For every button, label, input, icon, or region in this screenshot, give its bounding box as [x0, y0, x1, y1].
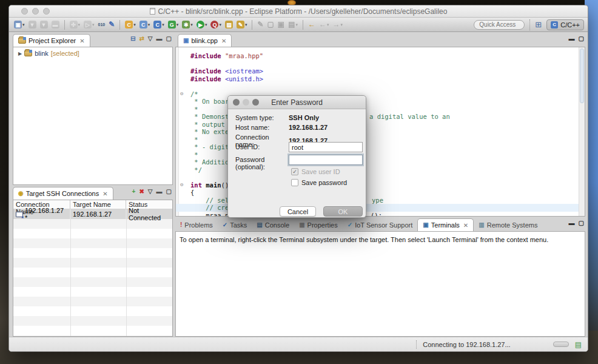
maximize-icon[interactable]: ▢ [579, 220, 584, 227]
fold-minus-icon[interactable]: ⊖ [180, 91, 183, 96]
dialog-window-controls [233, 99, 259, 106]
new-c-project-icon[interactable]: C▾ [138, 20, 152, 29]
empty-row [13, 248, 172, 258]
open-perspective-icon[interactable]: ⊞ [535, 20, 542, 29]
maximize-icon[interactable]: ▢ [166, 188, 172, 195]
binary-010-icon[interactable]: 010 [97, 22, 107, 27]
dropdown-arrow-icon: ▾ [245, 22, 247, 27]
last-edit-location-icon[interactable]: ← [307, 20, 317, 29]
user-id-input[interactable] [289, 142, 363, 152]
maximize-icon[interactable]: ▢ [166, 35, 172, 42]
toolbar-separator [303, 20, 303, 30]
link-editor-icon[interactable]: ▣ [277, 20, 286, 29]
fold-minus-icon[interactable]: ⊖ [180, 182, 183, 187]
view-menu-icon[interactable]: ▽ [148, 35, 153, 42]
zoom-window-icon[interactable] [43, 8, 50, 15]
tab-problems[interactable]: !Problems [175, 218, 218, 231]
dropdown-arrow-icon: ▾ [327, 22, 329, 27]
print-icon[interactable]: ▬ [50, 20, 61, 29]
maximize-icon[interactable]: ▢ [579, 35, 584, 42]
heap-status-icon[interactable] [553, 342, 569, 347]
pencil-icon[interactable]: ✎ [256, 20, 264, 29]
open-resource-icon[interactable]: ▨ [224, 20, 234, 29]
column-header[interactable]: Target Name [70, 200, 126, 209]
close-icon[interactable]: ✕ [79, 38, 84, 44]
dropdown-arrow-icon: ▾ [148, 22, 150, 27]
zoom-window-icon[interactable] [252, 99, 259, 106]
status-message: Connecting to 192.168.1.27... [423, 341, 510, 348]
console-log-icon[interactable]: ▤ [575, 341, 582, 348]
layers-icon[interactable]: ▤▾ [287, 20, 299, 29]
tree-item-blink[interactable]: ▶ blink [selected] [13, 47, 172, 57]
pin-editor-icon[interactable]: ▢ [266, 20, 275, 29]
iot-sensor-icon: ✓ [348, 222, 352, 228]
profile-icon[interactable]: Q▾ [209, 20, 223, 29]
link-with-editor-icon[interactable]: ⇄ [139, 35, 144, 42]
project-folder-icon [24, 50, 32, 56]
perspective-button-cpp[interactable]: C C/C++ [546, 19, 584, 30]
statusbar-separator [416, 340, 417, 349]
minimize-icon[interactable]: ▬ [156, 35, 163, 42]
search-icon[interactable]: ✎▾ [235, 20, 249, 29]
minimize-icon[interactable]: ▬ [569, 35, 575, 42]
save-icon[interactable]: ▼ [27, 20, 38, 29]
new-connection-icon[interactable]: + [132, 188, 136, 195]
quick-access-input[interactable] [474, 20, 525, 30]
tasks-icon: ✓ [223, 222, 227, 228]
minimize-window-icon[interactable] [32, 8, 39, 15]
close-window-icon[interactable] [21, 8, 28, 15]
password-input[interactable] [289, 155, 363, 165]
minimize-window-icon[interactable] [243, 99, 249, 106]
minimize-icon[interactable]: ▬ [156, 188, 163, 195]
new-connection-wizard-icon[interactable]: ✣▾ [69, 20, 82, 29]
c-element-icon[interactable]: C▾ [152, 20, 166, 29]
problems-icon: ! [180, 222, 182, 228]
checkbox-save-user-id[interactable]: ✓Save user ID [291, 168, 340, 175]
save-all-icon[interactable]: ▼ [39, 20, 49, 29]
close-icon[interactable]: ✕ [102, 190, 107, 197]
tab-terminals[interactable]: ▣Terminals✕ [417, 218, 474, 231]
empty-row [13, 277, 172, 287]
close-window-icon[interactable] [233, 99, 240, 106]
empty-row [13, 229, 172, 238]
debug-icon[interactable]: ✱▾ [181, 20, 194, 29]
tab-target-ssh-connections[interactable]: ◉ Target SSH Connections ✕ [13, 187, 113, 200]
new-wizard-icon[interactable]: ▣▾ [13, 20, 26, 29]
make-targets-icon[interactable]: G▾ [167, 20, 180, 29]
empty-row [13, 326, 172, 335]
main-toolbar: ▣▾▼▼▬✣▾▷▾010✎C▾C▾C▾G▾✱▾▶▾Q▾▨✎▾✎▢▣▤▾←←▾→▾… [9, 18, 588, 32]
toolbar-separator [529, 19, 530, 30]
expand-arrow-icon[interactable]: ▶ [18, 51, 22, 56]
quill-icon[interactable]: ✎ [107, 20, 116, 29]
close-icon[interactable]: ✕ [463, 222, 468, 229]
tab-tasks[interactable]: ✓Tasks [218, 218, 252, 231]
build-project-icon[interactable]: C▾ [124, 20, 137, 29]
tab-blink-cpp[interactable]: ▣ blink.cpp ✕ [178, 34, 232, 47]
toolbar-separator [119, 20, 120, 30]
tab-project-explorer[interactable]: Project Explorer ✕ [13, 34, 90, 47]
delete-connection-icon[interactable]: ✖ [139, 188, 144, 195]
checkbox-save-password[interactable]: Save password [291, 179, 347, 186]
tab-remote-systems[interactable]: ▥Remote Systems [474, 218, 542, 231]
external-tools-icon[interactable]: ▷▾ [82, 20, 96, 29]
minimize-icon[interactable]: ▬ [569, 220, 575, 227]
collapse-all-icon[interactable]: ⊟ [130, 35, 135, 42]
empty-row [13, 297, 172, 306]
back-icon[interactable]: ←▾ [318, 20, 331, 29]
ok-button[interactable]: OK [323, 206, 363, 217]
code-line: #include <iostream> [176, 67, 579, 75]
forward-icon[interactable]: →▾ [332, 20, 344, 29]
run-icon[interactable]: ▶▾ [195, 20, 209, 29]
tab-iot-sensor-support[interactable]: ✓IoT Sensor Support [343, 218, 418, 231]
dialog-titlebar[interactable]: Enter Password [228, 96, 366, 109]
cancel-button[interactable]: Cancel [280, 206, 316, 217]
tab-console[interactable]: ▤Console [252, 218, 294, 231]
close-icon[interactable]: ✕ [221, 38, 226, 44]
view-menu-icon[interactable]: ▽ [148, 188, 153, 195]
empty-row [13, 268, 172, 277]
tab-properties[interactable]: ▦Properties [294, 218, 343, 231]
table-row[interactable]: 192.168.1.27 *192.168.1.27Not Connected [13, 209, 172, 219]
properties-icon: ▦ [299, 222, 304, 228]
editor-scrollbar[interactable] [579, 47, 585, 216]
window-titlebar[interactable]: C/C++ - blink/src/blink.cpp - Eclipse Pl… [9, 5, 588, 18]
